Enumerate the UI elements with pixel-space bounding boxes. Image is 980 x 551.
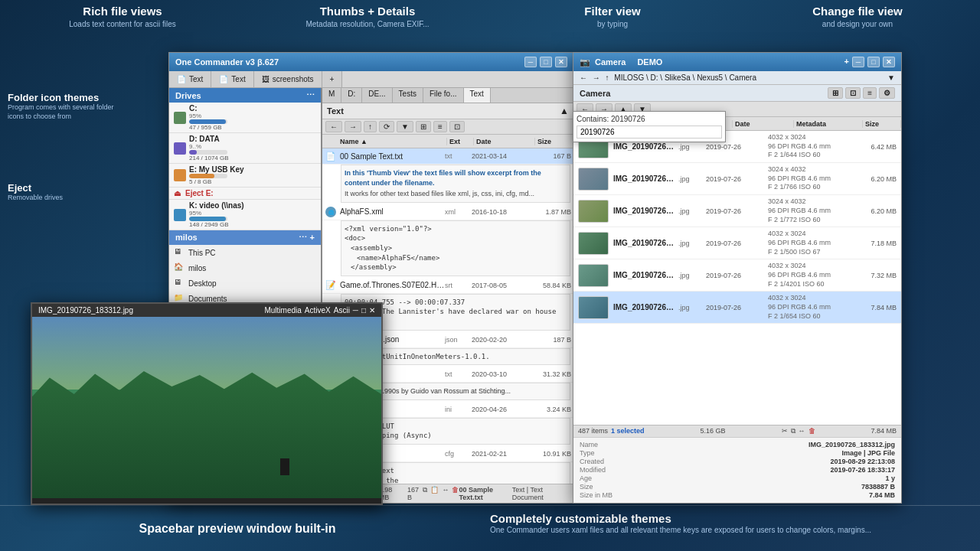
- nav-refresh-btn[interactable]: ⟳: [379, 121, 394, 132]
- view-toggle-4[interactable]: ⚙: [879, 87, 895, 99]
- maximize-button[interactable]: □: [540, 57, 552, 67]
- right-tab-bar: M D: DE... Tests File fo... Text: [322, 88, 573, 103]
- tab-icon-1: 📄: [177, 75, 186, 83]
- rtab-de[interactable]: DE...: [362, 88, 392, 103]
- photo-row-2[interactable]: IMG_20190726_164449.jpg .jpg 2019-07-26 …: [573, 163, 901, 195]
- photo-col-meta[interactable]: Metadata: [794, 120, 863, 128]
- col-date-header[interactable]: Date: [474, 138, 535, 145]
- minimize-button[interactable]: ─: [524, 57, 537, 67]
- xml-preview: <?xml version="1.0"?> <doc> <assembly> <…: [341, 220, 570, 276]
- file-row-got-srt[interactable]: 📝 Game.of.Thrones.S07E02.HDTV.x264-... s…: [322, 278, 573, 294]
- annotation-thumbs-details: Thumbs + Details Metadata resolution, Ca…: [245, 5, 490, 29]
- col-size-header[interactable]: Size: [535, 138, 573, 145]
- rtab-filefo[interactable]: File fo...: [423, 88, 464, 103]
- preview-maximize-btn[interactable]: □: [361, 306, 366, 315]
- preview-minimize-btn[interactable]: ─: [353, 306, 358, 315]
- titlebar-buttons: ─ □ ✕: [524, 57, 567, 67]
- annotation-rich-views: Rich file views Loads text content for a…: [0, 5, 245, 29]
- thumb-2: [578, 168, 609, 191]
- camera-folder-label: Camera: [580, 89, 610, 98]
- col-ext-header[interactable]: Ext: [447, 138, 474, 145]
- file-icon-xml: 🌐: [325, 206, 337, 218]
- filter-input[interactable]: [577, 126, 722, 139]
- camera-minimize-btn[interactable]: ─: [852, 57, 864, 67]
- preview-close-btn[interactable]: ✕: [369, 306, 375, 315]
- close-button[interactable]: ✕: [555, 57, 567, 67]
- drive-item-c[interactable]: C: 95% 47 / 959 GB: [169, 103, 321, 133]
- nav-forward-btn[interactable]: →: [345, 121, 361, 132]
- tab-text-2[interactable]: 📄 Text: [211, 71, 253, 87]
- thumb-6: [578, 296, 609, 319]
- txt-preview: In this 'Thumb View' the text files will…: [341, 165, 570, 203]
- thumb-4: [578, 232, 609, 255]
- rtab-d[interactable]: D:: [341, 88, 362, 103]
- camera-tab-add[interactable]: +: [844, 57, 849, 67]
- top-annotations: Rich file views Loads text content for a…: [0, 0, 980, 52]
- nav-back-btn[interactable]: ←: [325, 121, 342, 132]
- rtab-text[interactable]: Text: [464, 88, 491, 103]
- nav-dropdown-btn[interactable]: ▼: [397, 121, 413, 132]
- photo-delete-icon[interactable]: 🗑: [808, 427, 815, 435]
- desktop-icon: 🖥: [174, 278, 185, 289]
- drive-item-k[interactable]: K: video (\\nas) 95% 148 / 2949 GB: [169, 200, 321, 230]
- photo-row-3[interactable]: IMG_20190726_164450.jpg .jpg 2019-07-26 …: [573, 195, 901, 227]
- bookmark-this-pc[interactable]: 🖥 This PC: [169, 245, 321, 260]
- bookmark-desktop[interactable]: 🖥 Desktop: [169, 276, 321, 291]
- rtab-tests[interactable]: Tests: [393, 88, 423, 103]
- copy-icon[interactable]: ⧉: [423, 486, 427, 501]
- drive-item-e[interactable]: E: My USB Key 5 / 8 GB: [169, 164, 321, 187]
- drives-menu-icon[interactable]: ⋯: [306, 90, 315, 100]
- tab-add[interactable]: +: [322, 71, 343, 87]
- col-name-header[interactable]: Name ▲: [338, 138, 447, 145]
- photo-row-5[interactable]: IMG_20190726_165006.jpg .jpg 2019-07-26 …: [573, 259, 901, 292]
- camera-close-btn[interactable]: ✕: [883, 57, 895, 67]
- photo-row-4[interactable]: IMG_20190726_164455.jpg .jpg 2019-07-26 …: [573, 227, 901, 259]
- view-list-btn[interactable]: ≡: [433, 121, 447, 132]
- file-row-sample-txt[interactable]: 📄 00 Sample Text.txt txt 2021-03-14 167 …: [322, 148, 573, 165]
- photo-row-6[interactable]: IMG_20190726_183312.jpg .jpg 2019-07-26 …: [573, 292, 901, 324]
- photo-total-size: 5.16 GB: [701, 427, 726, 435]
- camera-forward-nav[interactable]: →: [593, 73, 600, 82]
- camera-path-text: MILOSG \ D: \ SlikeSa \ Nexus5 \ Camera: [614, 73, 756, 82]
- tab-icon-3: 🖼: [262, 75, 270, 83]
- view-toggle-2[interactable]: ⊡: [845, 87, 861, 99]
- photo-copy-icon[interactable]: ⧉: [791, 427, 795, 435]
- photo-cut-icon[interactable]: ✂: [782, 427, 788, 435]
- camera-up-nav[interactable]: ↑: [606, 73, 609, 82]
- rtab-m[interactable]: M: [322, 88, 341, 103]
- paste-icon[interactable]: 📋: [430, 486, 439, 501]
- camera-sort-icon[interactable]: ▼: [887, 73, 895, 82]
- bookmark-milos[interactable]: 🏠 milos: [169, 260, 321, 276]
- camera-folder-header: Camera ⊞ ⊡ ≡ ⚙: [573, 85, 901, 102]
- view-toggle-3[interactable]: ≡: [863, 87, 877, 99]
- view-icons-btn[interactable]: ⊞: [416, 121, 431, 132]
- camera-back-nav[interactable]: ←: [580, 73, 587, 82]
- drive-item-d[interactable]: D: DATA 9..% 214 / 1074 GB: [169, 133, 321, 164]
- file-icon-srt: 📝: [325, 279, 337, 292]
- delete-icon[interactable]: 🗑: [452, 486, 459, 501]
- tab-text-1[interactable]: 📄 Text: [169, 71, 211, 87]
- camera-status-bar: 487 items 1 selected 5.16 GB ✂ ⧉ ↔ 🗑 7.8…: [573, 425, 901, 437]
- camera-panel-tabs: Camera DEMO: [595, 57, 662, 67]
- camera-tab-label[interactable]: Camera: [595, 57, 626, 67]
- tab-screenshots[interactable]: 🖼 screenshots: [254, 71, 322, 87]
- file-row-alphafs[interactable]: 🌐 AlphaFS.xml xml 2016-10-18 1.87 MB: [322, 204, 573, 220]
- file-toolbar: ← → ↑ ⟳ ▼ ⊞ ≡ ⊡: [322, 119, 573, 135]
- view-toggle-1[interactable]: ⊞: [828, 87, 843, 99]
- view-details-btn[interactable]: ⊡: [449, 121, 465, 132]
- camera-maximize-btn[interactable]: □: [867, 57, 880, 67]
- file-icon-txt: 📄: [325, 150, 337, 162]
- bookmarks-menu-icon[interactable]: ⋯: [299, 233, 307, 243]
- photo-col-size[interactable]: Size: [863, 120, 901, 128]
- bookmarks-add-icon[interactable]: +: [310, 233, 315, 243]
- sort-icon[interactable]: ▲: [560, 106, 569, 116]
- photo-col-date[interactable]: Date: [733, 120, 794, 128]
- nav-up-btn[interactable]: ↑: [364, 121, 377, 132]
- eject-e-item[interactable]: ⏏ Eject E:: [169, 187, 321, 200]
- demo-tab-label[interactable]: DEMO: [637, 57, 662, 67]
- photo-move-icon[interactable]: ↔: [799, 427, 805, 435]
- drive-c-icon: [174, 112, 186, 124]
- move-icon[interactable]: ↔: [442, 486, 449, 501]
- preview-image: [32, 317, 381, 498]
- photo-selected: 1 selected: [611, 427, 645, 435]
